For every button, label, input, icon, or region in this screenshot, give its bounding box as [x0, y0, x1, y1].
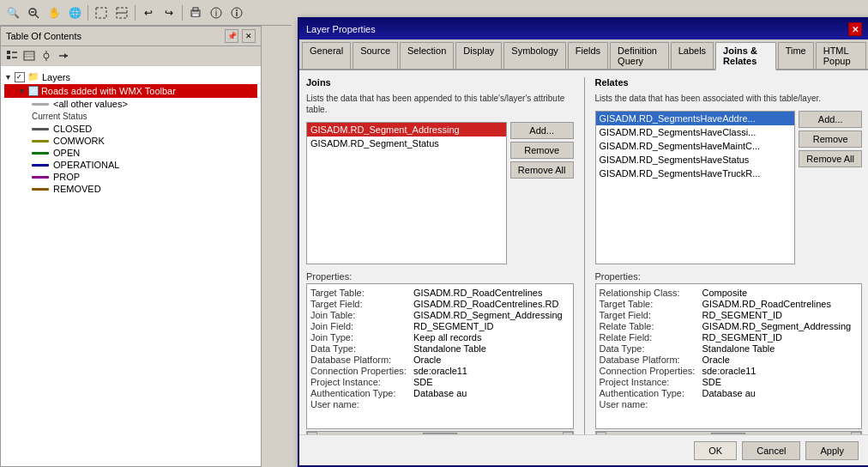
join-prop-val-2: GISADM.RD_RoadCentrelines.RD — [413, 299, 558, 309]
legend-label-other: <all other values> — [53, 99, 128, 109]
toc-pin-btn[interactable]: 📌 — [225, 29, 238, 43]
toc-visibility-btn[interactable] — [39, 48, 54, 64]
relates-remove-all-btn[interactable]: Remove All — [799, 150, 862, 167]
dialog-footer: OK Cancel Apply — [299, 434, 868, 465]
relates-item-1[interactable]: GISADM.RD_SegmentsHaveAddre... — [596, 112, 795, 125]
legend-operational: OPERATIONAL — [32, 159, 257, 171]
select-btn[interactable] — [92, 3, 111, 22]
rel-prop-target-table: Target Table: GISADM.RD_RoadCentrelines — [600, 299, 859, 309]
identify-btn[interactable]: i — [207, 3, 226, 22]
forward-btn[interactable]: ↪ — [160, 3, 178, 22]
join-prop-key-10: Authentication Type: — [310, 388, 413, 398]
relates-item-2[interactable]: GISADM.RD_SegmentsHaveClassi... — [596, 125, 795, 139]
tab-source[interactable]: Source — [353, 42, 398, 69]
separator-2 — [135, 5, 136, 21]
join-prop-join-field: Join Field: RD_SEGMENT_ID — [310, 321, 570, 331]
toc-list-view-btn[interactable] — [4, 48, 20, 64]
tab-joins-relates[interactable]: Joins & Relates — [715, 42, 776, 70]
pan-btn[interactable]: ✋ — [45, 3, 63, 22]
joins-remove-btn[interactable]: Remove — [510, 142, 574, 159]
join-prop-user: User name: — [310, 399, 570, 409]
tab-general[interactable]: General — [302, 42, 351, 69]
legend-label-closed: CLOSED — [53, 124, 92, 134]
rel-prop-val-5: RD_SEGMENT_ID — [702, 332, 783, 343]
joins-remove-all-btn[interactable]: Remove All — [510, 161, 574, 179]
relates-item-4[interactable]: GISADM.RD_SegmentsHaveStatus — [596, 153, 795, 167]
join-prop-conn: Connection Properties: sde:oracle11 — [310, 366, 570, 376]
relates-item-3[interactable]: GISADM.RD_SegmentsHaveMaintC... — [596, 139, 795, 153]
cancel-button[interactable]: Cancel — [742, 441, 800, 460]
rel-prop-relate-table: Relate Table: GISADM.RD_Segment_Addressi… — [600, 321, 859, 331]
ok-button[interactable]: OK — [694, 441, 737, 460]
tab-html-popup[interactable]: HTML Popup — [816, 42, 866, 69]
tab-time[interactable]: Time — [778, 42, 814, 69]
legend-label-removed: REMOVED — [53, 184, 101, 194]
svg-point-21 — [44, 53, 49, 58]
toc-close-btn[interactable]: ✕ — [242, 29, 256, 43]
tab-symbology[interactable]: Symbology — [503, 42, 565, 69]
toc-options-btn[interactable] — [56, 48, 71, 64]
toc-header: Table Of Contents 📌 ✕ — [1, 27, 261, 46]
tab-labels[interactable]: Labels — [671, 42, 714, 69]
relates-title: Relates — [595, 77, 863, 88]
zoom-out-btn[interactable] — [24, 3, 43, 22]
toc-toolbar — [1, 46, 261, 66]
toc-layers-root[interactable]: ▼ ✓ 📁 Layers — [4, 70, 257, 84]
apply-button[interactable]: Apply — [805, 441, 859, 460]
join-prop-val-3: GISADM.RD_Segment_Addressing — [413, 310, 563, 320]
globe-btn[interactable]: 🌐 — [65, 3, 84, 22]
legend-prop: PROP — [32, 171, 257, 183]
joins-item-2[interactable]: GISADM.RD_Segment_Status — [307, 136, 506, 150]
layers-checkbox[interactable]: ✓ — [15, 72, 25, 82]
zoom-in-btn[interactable]: 🔍 — [3, 3, 22, 22]
join-prop-key-8: Connection Properties: — [310, 366, 413, 376]
layer-checkbox[interactable]: ✓ — [28, 86, 39, 96]
svg-marker-25 — [64, 53, 68, 58]
joins-buttons: Add... Remove Remove All — [510, 122, 574, 264]
rel-prop-val-3: RD_SEGMENT_ID — [702, 310, 783, 320]
relates-item-5[interactable]: GISADM.RD_SegmentsHaveTruckR... — [596, 167, 795, 180]
toc-source-view-btn[interactable] — [21, 48, 37, 64]
dialog-close-btn[interactable]: ✕ — [848, 22, 862, 36]
joins-properties-label: Properties: — [306, 271, 574, 282]
join-prop-key-9: Project Instance: — [310, 377, 413, 387]
svg-rect-3 — [96, 8, 106, 18]
rel-prop-key-8: Connection Properties: — [600, 366, 702, 376]
dialog-titlebar: Layer Properties ✕ — [299, 19, 868, 39]
rel-prop-key-3: Target Field: — [600, 310, 702, 320]
joins-content: GISADM.RD_Segment_Addressing GISADM.RD_S… — [306, 122, 574, 264]
relates-add-btn[interactable]: Add... — [799, 111, 862, 128]
rel-prop-conn: Connection Properties: sde:oracle11 — [600, 366, 859, 376]
joins-list[interactable]: GISADM.RD_Segment_Addressing GISADM.RD_S… — [306, 122, 507, 264]
join-prop-target-table: Target Table: GISADM.RD_RoadCentrelines — [310, 288, 570, 298]
joins-add-btn[interactable]: Add... — [510, 122, 574, 139]
rel-prop-val-10: Database au — [702, 388, 756, 398]
tab-fields[interactable]: Fields — [568, 42, 608, 69]
dialog-title: Layer Properties — [306, 24, 376, 34]
tab-definition-query[interactable]: Definition Query — [610, 42, 669, 69]
tab-display[interactable]: Display — [455, 42, 502, 69]
svg-line-1 — [35, 15, 39, 18]
legend-current-status-label: Current Status — [32, 112, 87, 121]
join-prop-auth: Authentication Type: Database au — [310, 388, 570, 398]
legend-line-removed — [32, 188, 49, 191]
legend-closed: CLOSED — [32, 123, 257, 135]
info-btn[interactable] — [227, 3, 246, 22]
rel-prop-key-6: Data Type: — [600, 343, 702, 354]
toc-panel: Table Of Contents 📌 ✕ ▼ ✓ 📁 Layers ▼ — [0, 26, 262, 467]
relates-remove-btn[interactable]: Remove — [799, 130, 862, 148]
relates-list[interactable]: GISADM.RD_SegmentsHaveAddre... GISADM.RD… — [595, 111, 796, 264]
join-prop-target-field: Target Field: GISADM.RD_RoadCentrelines.… — [310, 299, 570, 309]
joins-item-1[interactable]: GISADM.RD_Segment_Addressing — [307, 123, 506, 136]
rel-prop-val-7: Oracle — [702, 355, 730, 365]
select2-btn[interactable] — [112, 3, 131, 22]
rel-prop-project: Project Instance: SDE — [600, 377, 859, 387]
layer-properties-dialog: Layer Properties ✕ General Source Select… — [298, 17, 868, 467]
back-btn[interactable]: ↩ — [139, 3, 158, 22]
tab-selection[interactable]: Selection — [400, 42, 454, 69]
relates-content: GISADM.RD_SegmentsHaveAddre... GISADM.RD… — [595, 111, 863, 264]
rel-prop-data-type: Data Type: Standalone Table — [600, 343, 859, 354]
rel-prop-db-platform: Database Platform: Oracle — [600, 355, 859, 365]
toc-layer-roads[interactable]: ▼ ✓ Roads added with WMX Toolbar — [4, 84, 257, 98]
print-btn[interactable] — [186, 3, 205, 22]
